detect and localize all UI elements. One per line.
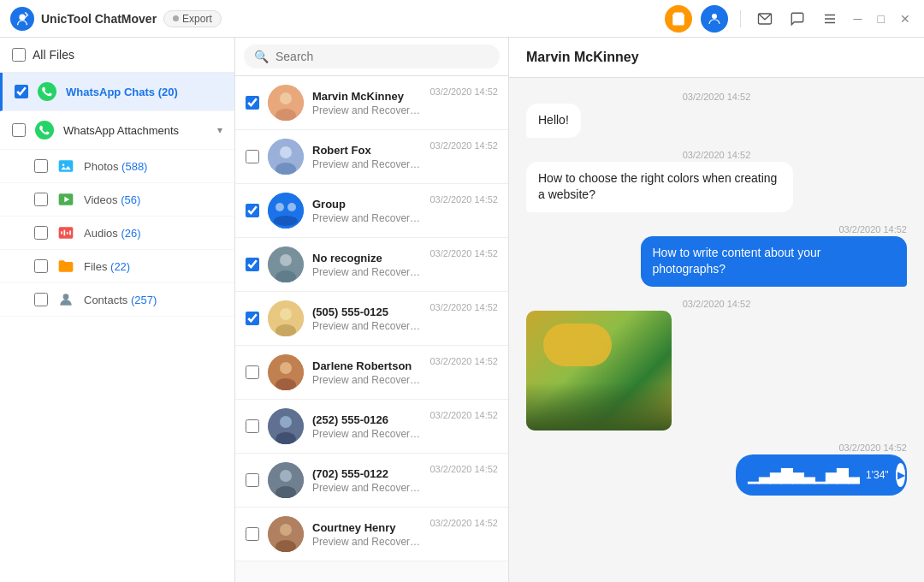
chat-icon-btn[interactable] [785,7,809,31]
whatsapp-attachments-checkbox[interactable] [12,123,26,137]
phone1-time: 03/2/2020 14:52 [429,302,498,312]
msg-bubble-wrap-5: ▁▃▅▇▅▃▁▅▇▃ 1'34" ▶ [526,454,907,496]
group-checkbox[interactable] [246,204,259,217]
sidebar-subitem-contacts[interactable]: Contacts (257) [0,283,234,317]
norecognize-preview: Preview and Recover Lost Data from ... [312,266,421,278]
all-files-checkbox[interactable] [12,48,26,62]
svg-point-36 [280,362,292,374]
svg-point-33 [280,308,292,320]
chat-header-name: Marvin McKinney [526,50,907,65]
chat-item-courtney[interactable]: Courtney Henry Preview and Recover Lost … [235,508,508,561]
audios-checkbox[interactable] [34,226,48,240]
chat-item-group[interactable]: Group Preview and Recover Lost Data from… [235,184,508,238]
phone2-time: 03/2/2020 14:52 [429,410,498,420]
svg-point-10 [62,164,65,167]
msg-bubble-wrap-2: How to choose the right colors when crea… [526,162,907,212]
marvin-time: 03/2/2020 14:52 [429,86,498,97]
audio-play-btn[interactable]: ▶ [896,463,905,487]
close-btn[interactable]: ✕ [897,12,914,26]
chat-item-phone1[interactable]: (505) 555-0125 Preview and Recover Lost … [235,292,508,346]
titlebar-left: UnicTool ChatMover Export [10,7,222,31]
chat-item-robert[interactable]: Robert Fox Preview and Recover Lost Data… [235,130,508,184]
sidebar-item-whatsapp-attachments[interactable]: WhatsApp Attachments ▾ [0,111,234,150]
photos-label: Photos (588) [84,160,222,173]
contacts-checkbox[interactable] [34,293,48,306]
whatsapp-attach-icon [34,120,55,140]
msg-timestamp-3: 03/2/2020 14:52 [526,224,907,235]
maximize-btn[interactable]: □ [874,12,888,26]
msg-timestamp-4: 03/2/2020 14:52 [526,299,907,309]
vertical-divider [740,10,741,27]
audio-bubble: ▁▃▅▇▅▃▁▅▇▃ 1'34" ▶ [736,454,907,496]
phone1-checkbox[interactable] [246,312,259,325]
videos-icon [56,190,75,209]
chat-item-darlene[interactable]: Darlene Robertson Preview and Recover Lo… [235,346,508,400]
chat-item-marvin[interactable]: Marvin McKinney Preview and Recover Lost… [235,76,508,130]
user-icon-btn[interactable] [701,5,728,33]
svg-rect-9 [59,160,74,171]
sidebar-item-whatsapp-chats[interactable]: WhatsApp Chats (20) [0,73,234,111]
svg-point-8 [35,121,54,140]
chat-item-phone2[interactable]: (252) 555-0126 Preview and Recover Lost … [235,400,508,454]
sidebar-subitem-files[interactable]: Files (22) [0,250,234,283]
chat-messages: 03/2/2020 14:52 Hello! 03/2/2020 14:52 H… [509,78,924,582]
photos-checkbox[interactable] [34,159,48,173]
svg-point-0 [19,14,25,20]
whatsapp-chats-checkbox[interactable] [15,85,28,98]
svg-rect-13 [59,227,74,238]
svg-rect-14 [61,231,62,234]
chat-item-norecognize[interactable]: No recognize Preview and Recover Lost Da… [235,238,508,292]
robert-info: Robert Fox Preview and Recover Lost Data… [312,144,421,170]
norecognize-avatar [268,246,304,282]
svg-point-26 [275,203,284,211]
files-checkbox[interactable] [34,259,48,273]
chat-item-phone3[interactable]: (702) 555-0122 Preview and Recover Lost … [235,454,508,508]
videos-checkbox[interactable] [34,193,48,206]
darlene-checkbox[interactable] [246,365,259,379]
group-preview: Preview and Recover Lost Data from ... [312,212,421,224]
sidebar-subitem-videos[interactable]: Videos (56) [0,183,234,217]
courtney-avatar [268,516,304,552]
robert-name: Robert Fox [312,144,421,157]
courtney-time: 03/2/2020 14:52 [429,518,498,528]
whatsapp-icon [37,81,57,102]
marvin-name: Marvin McKinney [312,90,421,103]
mail-icon-btn[interactable] [753,7,777,31]
msg-bubble-wrap-1: Hello! [526,104,907,138]
msg-bubble-hello: Hello! [526,104,581,138]
export-badge[interactable]: Export [163,10,222,27]
phone3-time: 03/2/2020 14:52 [429,464,498,474]
phone3-checkbox[interactable] [246,473,259,487]
chat-header: Marvin McKinney [509,38,924,78]
robert-checkbox[interactable] [246,150,259,163]
search-input[interactable] [275,50,489,63]
svg-rect-15 [64,230,66,236]
search-icon: 🔍 [254,50,269,63]
courtney-checkbox[interactable] [246,527,259,541]
menu-icon-btn[interactable] [818,7,842,31]
norecognize-name: No recognize [312,252,421,264]
play-icon: ▶ [897,469,905,481]
audios-icon [56,223,75,242]
audios-label: Audios (26) [84,227,222,240]
msg-group-2: 03/2/2020 14:52 How to choose the right … [526,150,907,212]
norecognize-info: No recognize Preview and Recover Lost Da… [312,252,421,278]
phone3-avatar [268,462,304,498]
chat-list: Marvin McKinney Preview and Recover Lost… [235,76,508,582]
sidebar-subitem-photos[interactable]: Photos (588) [0,150,234,183]
group-name: Group [312,198,421,211]
norecognize-checkbox[interactable] [246,258,259,271]
marvin-preview: Preview and Recover Lost Data from ... [312,104,421,116]
msg-bubble-photographs: How to write content about your photogra… [641,236,908,287]
cart-icon-btn[interactable] [665,5,692,33]
phone1-name: (505) 555-0125 [312,306,421,318]
svg-point-45 [280,524,292,536]
files-label: Files (22) [84,260,222,273]
darlene-name: Darlene Robertson [312,359,421,372]
phone1-avatar [268,300,304,336]
sidebar-subitem-audios[interactable]: Audios (26) [0,217,234,250]
phone2-checkbox[interactable] [246,419,259,433]
minimize-btn[interactable]: ─ [850,12,866,26]
marvin-checkbox[interactable] [246,96,259,110]
group-avatar [268,193,304,229]
